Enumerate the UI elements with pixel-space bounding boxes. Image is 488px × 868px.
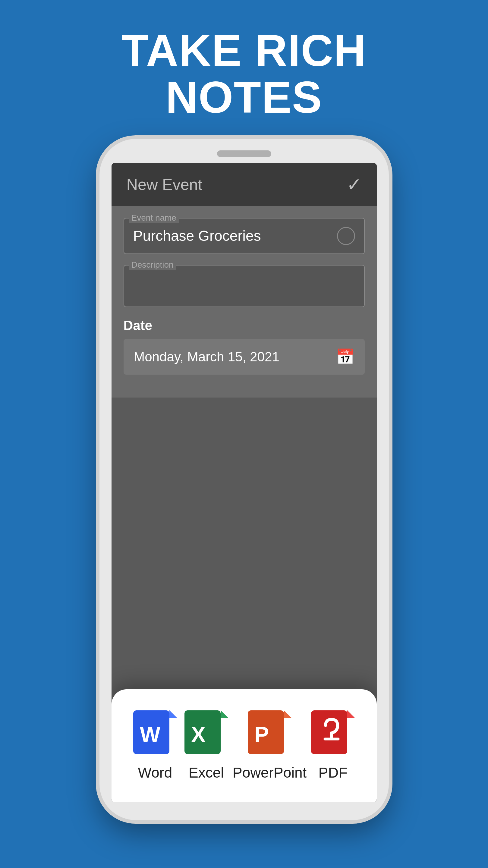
event-name-value: Purchase Groceries xyxy=(133,227,261,244)
description-group: Description xyxy=(124,265,365,307)
svg-text:P: P xyxy=(254,722,269,747)
app-header: New Event ✓ xyxy=(112,163,377,206)
headline: TAKE RICH NOTES xyxy=(121,27,367,121)
word-icon: W xyxy=(130,707,180,757)
pdf-label: PDF xyxy=(318,764,347,781)
date-field[interactable]: Monday, March 15, 2021 📅 xyxy=(124,339,365,375)
svg-marker-2 xyxy=(170,710,177,718)
clear-icon[interactable] xyxy=(337,227,355,245)
powerpoint-label: PowerPoint xyxy=(233,764,307,781)
headline-line1: TAKE RICH xyxy=(121,26,367,75)
event-name-group: Event name Purchase Groceries xyxy=(124,218,365,254)
file-type-pdf[interactable]: PDF xyxy=(308,707,358,781)
file-type-word[interactable]: W Word xyxy=(130,707,180,781)
svg-marker-6 xyxy=(221,710,228,718)
svg-text:X: X xyxy=(191,722,206,747)
event-name-label: Event name xyxy=(129,213,179,223)
svg-rect-12 xyxy=(311,710,347,754)
svg-text:W: W xyxy=(140,722,160,747)
excel-icon: X xyxy=(181,707,231,757)
date-group: Date Monday, March 15, 2021 📅 xyxy=(124,318,365,375)
app-title: New Event xyxy=(127,176,202,193)
form-area: Event name Purchase Groceries Descriptio… xyxy=(112,206,377,398)
check-icon[interactable]: ✓ xyxy=(347,174,362,195)
svg-marker-10 xyxy=(284,710,292,718)
date-value: Monday, March 15, 2021 xyxy=(134,349,279,364)
phone-device: New Event ✓ Event name Purchase Grocerie… xyxy=(99,139,389,820)
description-field[interactable]: Description xyxy=(124,265,365,307)
bottom-sheet: W Word X Excel xyxy=(112,689,377,802)
excel-label: Excel xyxy=(189,764,224,781)
file-type-excel[interactable]: X Excel xyxy=(181,707,231,781)
phone-speaker xyxy=(217,150,271,157)
word-label: Word xyxy=(138,764,173,781)
headline-line2: NOTES xyxy=(166,72,323,122)
event-name-field[interactable]: Event name Purchase Groceries xyxy=(124,218,365,254)
file-type-powerpoint[interactable]: P PowerPoint xyxy=(233,707,307,781)
svg-marker-14 xyxy=(347,710,355,718)
phone-screen: New Event ✓ Event name Purchase Grocerie… xyxy=(112,163,377,802)
calendar-icon[interactable]: 📅 xyxy=(336,348,355,366)
pdf-icon xyxy=(308,707,358,757)
powerpoint-icon: P xyxy=(245,707,295,757)
description-label: Description xyxy=(129,260,176,270)
date-label: Date xyxy=(124,318,365,333)
